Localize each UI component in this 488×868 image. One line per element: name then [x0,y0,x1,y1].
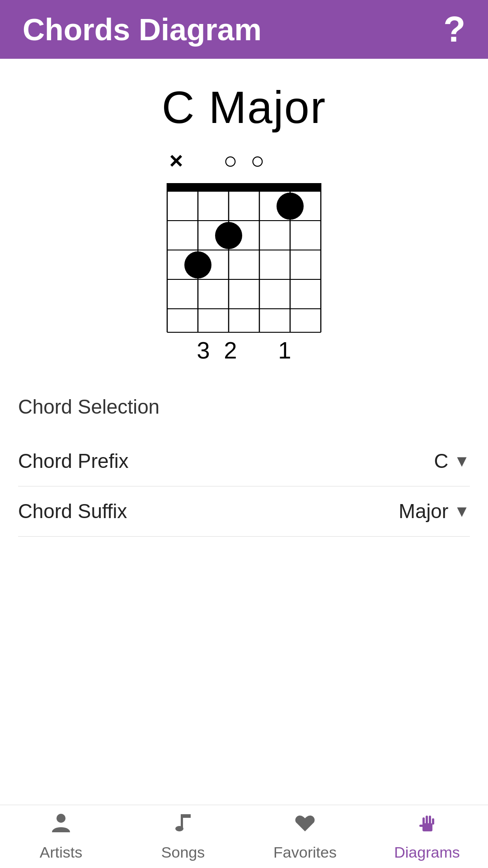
finger-num-6 [298,337,325,364]
music-icon [172,812,194,840]
string-indicator-1: × [163,147,190,174]
svg-point-14 [215,222,242,249]
string-indicator-4: ○ [244,147,271,174]
heart-icon [294,812,316,840]
chord-selection: Chord Selection Chord Prefix C ▼ Chord S… [0,396,488,537]
svg-point-13 [277,193,304,220]
nav-artists-label: Artists [40,844,82,861]
chord-suffix-dropdown-icon: ▼ [454,502,470,521]
chord-title: C Major [162,81,326,133]
svg-rect-25 [419,825,424,827]
finger-num-2: 3 [190,337,217,364]
svg-point-15 [184,251,211,278]
nav-favorites-label: Favorites [273,844,337,861]
string-indicators: × ○ ○ [158,147,330,174]
nav-item-diagrams[interactable]: Diagrams [382,812,472,861]
svg-rect-21 [422,817,425,825]
chord-selection-label: Chord Selection [18,396,470,418]
main-content: C Major × ○ ○ [0,59,488,805]
svg-rect-22 [426,816,428,825]
string-indicator-6 [298,147,325,174]
chord-suffix-value[interactable]: Major ▼ [399,500,470,523]
hand-icon [416,812,438,840]
finger-numbers: 3 2 1 [158,337,330,364]
nav-item-artists[interactable]: Artists [16,812,106,861]
guitar-grid [158,179,330,337]
nav-diagrams-label: Diagrams [394,844,460,861]
string-indicator-3: ○ [217,147,244,174]
string-indicator-5 [271,147,298,174]
chord-prefix-value[interactable]: C ▼ [434,450,470,472]
finger-num-4 [244,337,271,364]
finger-num-3: 2 [217,337,244,364]
person-icon [50,812,72,840]
svg-rect-24 [432,818,434,825]
chord-suffix-row[interactable]: Chord Suffix Major ▼ [18,486,470,537]
svg-point-19 [175,826,183,831]
chord-prefix-row[interactable]: Chord Prefix C ▼ [18,436,470,486]
bottom-nav: Artists Songs Favorites [0,805,488,868]
finger-num-5: 1 [271,337,298,364]
chord-prefix-dropdown-icon: ▼ [454,452,470,471]
string-indicator-2 [190,147,217,174]
grid-svg [158,179,330,337]
svg-rect-18 [181,814,191,818]
chord-prefix-label: Chord Prefix [18,450,129,472]
help-button[interactable]: ? [443,11,465,47]
nav-item-songs[interactable]: Songs [138,812,228,861]
app-header: Chords Diagram ? [0,0,488,59]
svg-point-16 [56,814,66,823]
finger-num-1 [163,337,190,364]
nav-item-favorites[interactable]: Favorites [260,812,350,861]
chord-diagram: × ○ ○ [127,147,361,364]
nav-songs-label: Songs [161,844,205,861]
chord-suffix-label: Chord Suffix [18,500,127,523]
header-title: Chords Diagram [23,12,262,47]
svg-rect-23 [429,816,431,825]
svg-rect-0 [167,183,321,191]
